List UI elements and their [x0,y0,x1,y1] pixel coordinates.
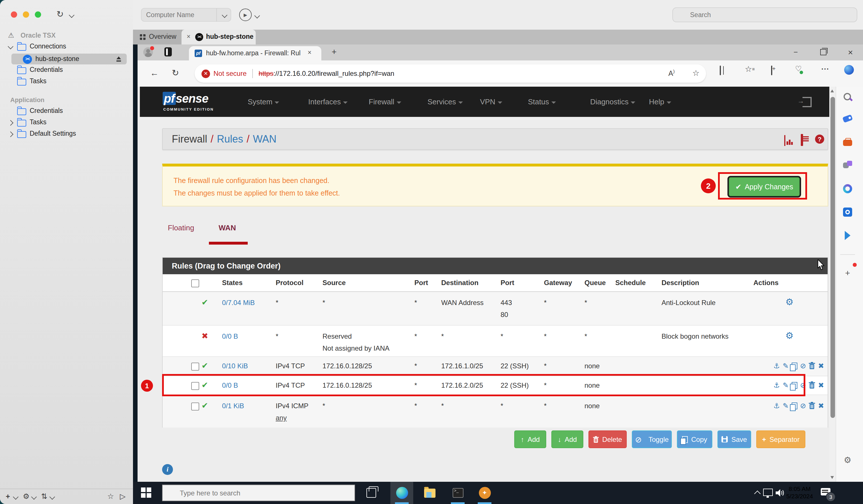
sidebar-item-app-tasks[interactable]: Tasks [30,119,47,126]
read-aloud-icon[interactable]: A) [668,69,675,78]
split-screen-icon[interactable] [720,66,721,75]
collections-icon[interactable] [771,66,772,75]
favorites-icon[interactable]: ☆≡ [745,64,754,74]
nav-interfaces[interactable]: Interfaces [308,98,348,106]
sidebar-shopping-icon[interactable] [842,114,853,123]
save-button[interactable]: Save [717,430,751,448]
logout-icon[interactable] [802,97,812,107]
sidebar-tools-icon[interactable] [843,140,852,146]
info-icon[interactable]: i [162,464,173,475]
delete-button[interactable]: Delete [588,430,627,448]
add-connection-icon[interactable]: + [6,492,10,501]
select-all-checkbox[interactable] [191,279,199,287]
nav-status[interactable]: Status [528,98,556,106]
status-graph-icon[interactable] [784,135,785,146]
tasks-disclosure-icon[interactable] [8,120,13,126]
delete-x-icon[interactable]: ✖ [818,401,824,410]
sidebar-outlook-icon[interactable] [843,208,852,217]
edit-pencil-icon[interactable]: ✎ [783,401,788,410]
tray-network-icon[interactable] [763,489,773,496]
sidebar-drop-icon[interactable] [843,231,852,240]
settings-gear-icon[interactable]: ⚙ [23,492,29,501]
start-button[interactable] [141,488,151,498]
sidebar-item-oracle-tsx[interactable]: Oracle TSX [21,32,55,39]
rule-settings-gear-icon[interactable]: ⚙ [785,330,794,341]
sidebar-customize-plus-icon[interactable]: + [843,268,852,277]
anchor-icon[interactable]: ⚓ [773,361,780,370]
sidebar-item-hub-step-stone[interactable]: >< hub-step-stone [11,54,127,64]
pfsense-logo[interactable]: pfsense [163,92,208,105]
browser-scrollbar[interactable] [829,87,836,482]
taskbar-orange-app-icon[interactable]: ✦ [473,482,496,504]
delete-x-icon[interactable]: ✖ [818,381,824,389]
zoom-traffic-light[interactable] [35,11,41,18]
breadcrumb-wan[interactable]: WAN [253,133,277,145]
rule-states-link[interactable]: 0/0 B [222,332,238,340]
restore-button[interactable] [813,44,833,59]
rule-states-link[interactable]: 0/7.04 MiB [222,299,255,307]
nav-services[interactable]: Services [427,98,463,106]
sidebar-item-credentials[interactable]: Credentials [30,66,63,73]
nav-help[interactable]: Help [649,98,671,106]
toggle-button[interactable]: ⊘Toggle [632,430,672,448]
copy-rule-icon[interactable] [791,362,797,369]
close-button[interactable]: × [841,44,860,59]
refresh-icon[interactable]: ↻ [172,68,179,78]
back-icon[interactable]: ← [150,68,159,78]
sidebar-item-default-settings[interactable]: Default Settings [30,130,76,137]
browser-tab[interactable]: pf hub-fw.home.arpa - Firewall: Rul × [189,46,321,61]
tray-hidden-icons-chevron[interactable] [754,491,761,497]
delete-x-icon[interactable]: ✖ [818,361,824,370]
scroll-down-icon[interactable] [830,476,834,479]
breadcrumb-rules[interactable]: Rules [217,133,243,145]
disable-ban-icon[interactable]: ⊘ [800,401,806,410]
sidebar-item-app-credentials[interactable]: Credentials [30,107,63,114]
anchor-icon[interactable]: ⚓ [773,401,780,410]
help-icon[interactable]: ? [815,134,824,144]
nav-system[interactable]: System [248,98,279,106]
edit-pencil-icon[interactable]: ✎ [783,361,788,370]
nav-vpn[interactable]: VPN [480,98,502,106]
copy-rule-icon[interactable] [791,402,797,409]
taskbar-explorer-icon[interactable] [418,482,441,504]
favorites-star-icon[interactable]: ☆ [107,492,114,501]
add-rule-bottom-button[interactable]: ↓Add [551,430,583,448]
minimize-button[interactable]: − [786,44,805,59]
address-bar[interactable]: ✕ Not secure https://172.16.0.20/firewal… [195,64,706,83]
copy-button[interactable]: Copy [677,430,712,448]
minimize-traffic-light[interactable] [23,11,29,18]
tab-close-icon[interactable]: × [308,49,311,56]
rule-checkbox[interactable] [191,402,199,411]
rule-states-link[interactable]: 0/1 KiB [222,402,244,410]
search-input[interactable] [672,8,857,22]
apply-changes-button[interactable]: ✔ Apply Changes [729,177,800,196]
rule-row-bogon[interactable]: ✖ 0/0 B * Reserved Not assigned by IANA … [163,325,828,357]
delete-trash-icon[interactable] [809,382,815,389]
connections-disclosure-icon[interactable] [8,43,13,49]
tray-volume-icon[interactable] [776,489,784,496]
tab-wan[interactable]: WAN [218,223,236,232]
rule-settings-gear-icon[interactable]: ⚙ [785,296,794,307]
scroll-up-icon[interactable] [830,90,834,92]
reconnect-chevron-icon[interactable] [69,12,75,18]
rule-row-icmp[interactable]: ✔ 0/1 KiB IPv4 ICMP any * * * * * none [163,395,828,428]
rule-row-ssh-net1[interactable]: ✔ 0/10 KiB IPv4 TCP 172.16.0.128/25 * 17… [163,357,828,376]
connect-chevron-icon[interactable] [254,13,260,18]
sidebar-search-icon[interactable] [843,92,852,102]
browser-essentials-icon[interactable]: ♡ [795,64,805,73]
task-view-icon[interactable] [366,488,376,498]
sidebar-item-connections[interactable]: Connections [30,43,66,50]
transfer-chevron-icon[interactable] [49,494,55,500]
sidebar-item-tasks[interactable]: Tasks [30,78,47,85]
taskbar-search-input[interactable] [162,484,355,501]
nav-firewall[interactable]: Firewall [369,98,401,106]
sidebar-games-icon[interactable] [843,161,852,170]
workspaces-icon[interactable] [164,47,172,56]
rule-checkbox[interactable] [191,363,199,371]
disconnect-eject-icon[interactable] [116,56,122,62]
add-chevron-icon[interactable] [13,494,18,500]
disable-ban-icon[interactable]: ⊘ [800,361,806,370]
delete-trash-icon[interactable] [809,402,815,409]
taskbar-edge-icon[interactable] [390,482,413,504]
delete-trash-icon[interactable] [809,362,815,370]
